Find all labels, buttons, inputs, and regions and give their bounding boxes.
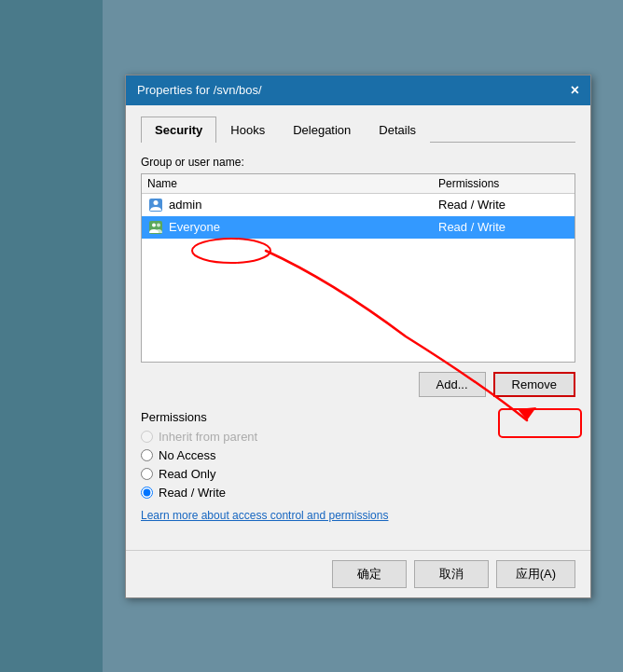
user-list-container: Name Permissions admin Read / Write bbox=[141, 173, 575, 363]
tab-details[interactable]: Details bbox=[365, 117, 430, 143]
svg-point-1 bbox=[154, 200, 159, 205]
user-perm: Read / Write bbox=[438, 220, 569, 234]
dialog-content: Security Hooks Delegation Details Group … bbox=[126, 105, 590, 550]
radio-no-access: No Access bbox=[141, 448, 575, 462]
group-label: Group or user name: bbox=[141, 156, 575, 169]
tab-security[interactable]: Security bbox=[141, 117, 216, 143]
user-icon bbox=[147, 197, 164, 213]
user-list-body: admin Read / Write Everyone bbox=[142, 194, 575, 362]
title-bar: Properties for /svn/bos/ × bbox=[126, 75, 590, 105]
remove-button[interactable]: Remove bbox=[493, 372, 575, 397]
dialog-footer: 确定 取消 应用(A) bbox=[126, 550, 590, 597]
radio-inherit: Inherit from parent bbox=[141, 430, 575, 444]
add-button[interactable]: Add... bbox=[419, 372, 486, 397]
read-write-label: Read / Write bbox=[159, 486, 226, 500]
properties-dialog: Properties for /svn/bos/ × Security Hook… bbox=[125, 75, 591, 598]
svg-point-3 bbox=[152, 223, 156, 226]
user-name: Everyone bbox=[169, 220, 438, 234]
permissions-section: Permissions Inherit from parent No Acces… bbox=[141, 410, 575, 500]
list-header: Name Permissions bbox=[142, 174, 575, 194]
col-name-header: Name bbox=[147, 177, 438, 190]
tab-delegation[interactable]: Delegation bbox=[279, 117, 365, 143]
tab-bar: Security Hooks Delegation Details bbox=[141, 117, 575, 143]
table-row[interactable]: Everyone Read / Write bbox=[142, 216, 575, 239]
learn-more-link[interactable]: Learn more about access control and perm… bbox=[141, 509, 575, 522]
apply-button[interactable]: 应用(A) bbox=[496, 560, 575, 588]
read-only-label: Read Only bbox=[159, 467, 215, 481]
cancel-button[interactable]: 取消 bbox=[414, 560, 489, 588]
group-icon bbox=[147, 219, 164, 236]
radio-read-only: Read Only bbox=[141, 467, 575, 481]
dialog-title: Properties for /svn/bos/ bbox=[137, 83, 262, 97]
tab-hooks[interactable]: Hooks bbox=[216, 117, 279, 143]
inherit-label: Inherit from parent bbox=[159, 430, 257, 444]
svg-point-4 bbox=[157, 223, 160, 226]
user-name: admin bbox=[169, 198, 438, 212]
user-perm: Read / Write bbox=[438, 198, 569, 212]
col-perm-header: Permissions bbox=[438, 177, 569, 190]
radio-read-write: Read / Write bbox=[141, 486, 575, 500]
ok-button[interactable]: 确定 bbox=[332, 560, 407, 588]
no-access-label: No Access bbox=[159, 448, 215, 462]
close-button[interactable]: × bbox=[571, 83, 579, 98]
table-row[interactable]: admin Read / Write bbox=[142, 194, 575, 216]
action-buttons: Add... Remove bbox=[141, 372, 575, 397]
permissions-label: Permissions bbox=[141, 410, 575, 424]
